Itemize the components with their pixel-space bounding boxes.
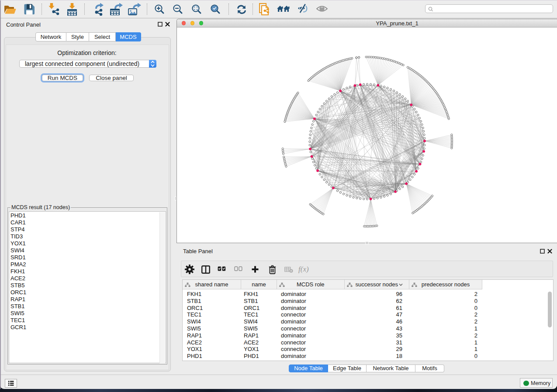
svg-text:f(x): f(x)	[298, 265, 309, 273]
